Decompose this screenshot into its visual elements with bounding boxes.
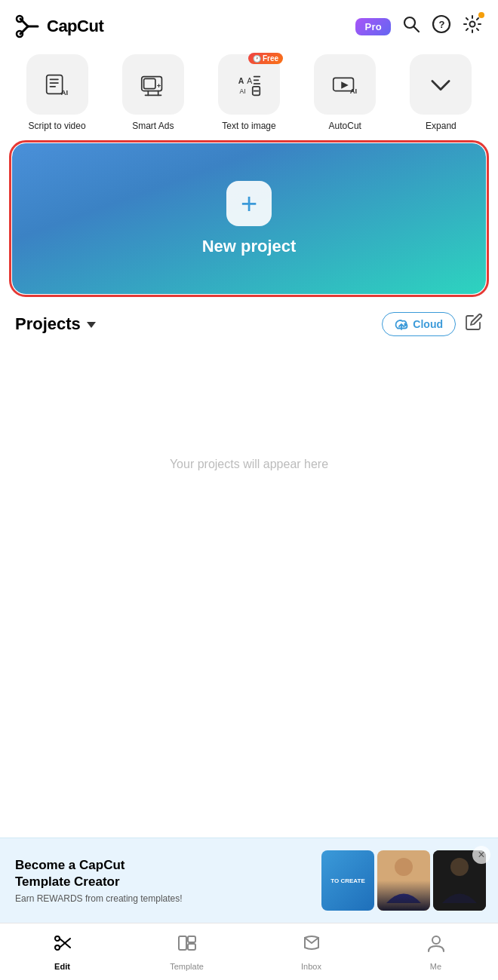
projects-actions: Cloud — [382, 312, 483, 336]
svg-point-37 — [450, 858, 469, 876]
nav-item-edit[interactable]: Edit — [0, 926, 124, 977]
projects-title-group[interactable]: Projects — [15, 314, 96, 334]
tool-text-to-image[interactable]: 🕐 Free A A AI Text to image — [204, 54, 294, 131]
svg-rect-42 — [179, 936, 186, 950]
plus-icon: + — [241, 189, 257, 218]
svg-marker-31 — [341, 81, 349, 89]
edit-nav-icon — [52, 933, 73, 959]
edit-icon[interactable] — [465, 313, 483, 335]
settings-icon[interactable] — [462, 14, 483, 39]
empty-state-message: Your projects will appear here — [170, 458, 328, 471]
tool-label-smart-ads: Smart Ads — [132, 121, 174, 131]
nav-label-edit: Edit — [54, 962, 70, 971]
svg-rect-11 — [46, 75, 62, 94]
empty-state: Your projects will appear here — [0, 351, 498, 577]
tool-label-script-to-video: Script to video — [29, 121, 86, 131]
nav-item-me[interactable]: Me — [374, 926, 498, 977]
svg-rect-21 — [143, 78, 155, 88]
ad-images: TO CREATE — [321, 850, 486, 911]
ad-image-1: TO CREATE — [321, 850, 374, 911]
cloud-button[interactable]: Cloud — [382, 312, 456, 336]
me-nav-icon — [426, 933, 447, 959]
svg-text:+: + — [157, 81, 161, 90]
projects-dropdown-arrow[interactable] — [87, 322, 96, 328]
svg-text:AI: AI — [60, 88, 68, 96]
ad-image-2 — [377, 850, 430, 911]
nav-label-me: Me — [430, 962, 441, 971]
projects-title: Projects — [15, 314, 81, 334]
plus-icon-box: + — [226, 181, 272, 226]
template-nav-icon — [177, 933, 198, 959]
free-badge: 🕐 Free — [248, 53, 283, 64]
help-icon[interactable]: ? — [432, 14, 451, 38]
tool-autocut[interactable]: AI AutoCut — [300, 54, 390, 131]
capcut-logo-icon — [15, 14, 41, 39]
tool-icon-script-to-video[interactable]: AI — [26, 54, 88, 115]
tool-label-autocut: AutoCut — [329, 121, 361, 131]
svg-rect-44 — [188, 944, 195, 950]
tool-icon-autocut[interactable]: AI — [314, 54, 376, 115]
tool-label-text-to-image: Text to image — [222, 121, 275, 131]
nav-item-inbox[interactable]: Inbox — [249, 926, 374, 977]
new-project-label: New project — [202, 237, 297, 256]
pro-badge[interactable]: Pro — [355, 18, 391, 35]
new-project-container: + New project — [12, 143, 486, 294]
tool-icon-smart-ads[interactable]: + — [122, 54, 184, 115]
cloud-button-label: Cloud — [413, 318, 443, 330]
tools-row: AI Script to video + Smart Ads 🕐 Free A — [0, 48, 498, 143]
ad-close-button[interactable]: × — [472, 846, 490, 864]
svg-point-10 — [470, 22, 475, 27]
search-icon[interactable] — [401, 14, 421, 38]
tool-icon-expand[interactable] — [410, 54, 472, 115]
tool-smart-ads[interactable]: + Smart Ads — [108, 54, 198, 131]
header-actions: Pro ? — [355, 14, 483, 39]
ad-subtitle: Earn REWARDS from creating templates! — [15, 893, 183, 904]
nav-label-inbox: Inbox — [301, 962, 321, 971]
inbox-nav-icon — [301, 933, 322, 959]
logo[interactable]: CapCut — [15, 14, 103, 39]
svg-text:?: ? — [439, 19, 445, 30]
svg-text:AI: AI — [240, 87, 246, 95]
bottom-nav: Edit Template Inbox Me — [0, 923, 498, 980]
projects-header: Projects Cloud — [0, 312, 498, 351]
svg-line-7 — [414, 27, 420, 32]
svg-point-45 — [432, 936, 440, 944]
ad-title: Become a CapCut Template Creator — [15, 857, 181, 890]
ad-text: Become a CapCut Template Creator Earn RE… — [15, 857, 183, 904]
notification-dot — [478, 12, 484, 18]
svg-text:AI: AI — [350, 87, 358, 95]
svg-text:A: A — [247, 77, 252, 85]
tool-label-expand: Expand — [426, 121, 456, 131]
nav-item-template[interactable]: Template — [124, 926, 249, 977]
header: CapCut Pro ? — [0, 0, 498, 48]
cloud-icon — [395, 317, 408, 331]
app-name: CapCut — [47, 17, 103, 36]
nav-label-template: Template — [170, 962, 204, 971]
svg-point-35 — [395, 858, 413, 876]
tool-expand[interactable]: Expand — [396, 54, 486, 131]
ad-banner: Become a CapCut Template Creator Earn RE… — [0, 838, 498, 923]
new-project-button[interactable]: + New project — [12, 143, 486, 294]
tool-icon-text-to-image[interactable]: 🕐 Free A A AI — [218, 54, 280, 115]
tool-script-to-video[interactable]: AI Script to video — [12, 54, 102, 131]
svg-text:A: A — [238, 77, 244, 85]
svg-rect-43 — [188, 936, 195, 942]
